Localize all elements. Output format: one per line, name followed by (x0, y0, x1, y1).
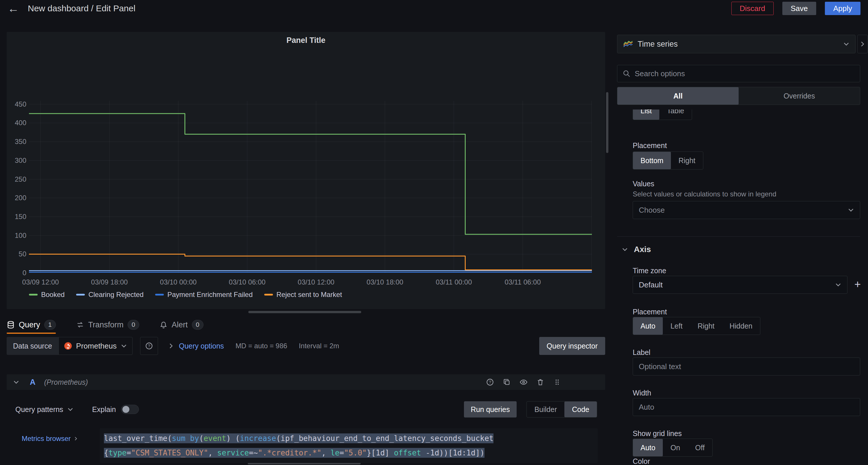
query-patterns-dropdown[interactable]: Query patterns (16, 405, 73, 414)
legend-swatch (264, 294, 273, 295)
add-timezone-button[interactable]: + (855, 279, 861, 290)
tab-query[interactable]: Query 1 (7, 318, 56, 332)
datasource-picker[interactable]: Prometheus (59, 337, 132, 355)
toggle-visibility-button[interactable] (520, 378, 528, 386)
save-button[interactable]: Save (782, 2, 816, 15)
run-queries-button[interactable]: Run queries (464, 401, 517, 417)
legend-placement-bottom-option[interactable]: Bottom (633, 152, 671, 169)
axis-placement-auto-option[interactable]: Auto (633, 317, 663, 335)
legend-item[interactable]: Reject sent to Market (264, 291, 342, 299)
promql-code-editor[interactable]: last_over_time(sum by(event) (increase(i… (100, 428, 598, 463)
axis-section-header[interactable]: Axis (622, 245, 651, 254)
section-divider (617, 236, 860, 237)
apply-button[interactable]: Apply (825, 2, 861, 15)
legend-placement-segmented: Bottom Right (633, 151, 703, 170)
help-circle-icon: ? (486, 378, 494, 386)
legend-label: Payment Enrichment Failed (167, 291, 253, 299)
bell-icon (159, 321, 167, 329)
grid-auto-option[interactable]: Auto (633, 439, 663, 456)
transform-icon (76, 321, 84, 329)
tab-alert-label: Alert (172, 320, 188, 329)
collapse-chevron-icon[interactable] (13, 379, 20, 385)
axis-section-title: Axis (634, 245, 651, 254)
legend-mode-segmented-clipped: List Table (633, 110, 711, 120)
prometheus-icon (64, 342, 72, 350)
legend-mode-list-option[interactable]: List (633, 110, 659, 120)
query-ref-id[interactable]: A (30, 378, 36, 387)
options-tab-overrides[interactable]: Overrides (739, 87, 860, 105)
x-tick-label: 03/11 00:00 (436, 278, 472, 286)
axis-placement-hidden-option[interactable]: Hidden (722, 317, 760, 335)
query-inspector-button[interactable]: Query inspector (539, 337, 605, 355)
delete-query-button[interactable] (536, 378, 545, 386)
x-tick-label: 03/09 12:00 (22, 278, 59, 286)
tab-query-label: Query (19, 320, 40, 329)
visualization-picker[interactable]: Time series (617, 35, 856, 53)
query-options-link[interactable]: Query options (179, 342, 224, 350)
axis-label-input[interactable] (639, 362, 854, 371)
axis-label-field[interactable] (633, 357, 860, 376)
chevron-right-icon (73, 436, 78, 441)
metrics-browser-link[interactable]: Metrics browser (22, 435, 78, 443)
y-tick-label: 100 (8, 231, 26, 240)
query-help-button[interactable]: ? (486, 378, 494, 386)
axis-placement-left-option[interactable]: Left (663, 317, 690, 335)
time-series-icon (623, 40, 633, 48)
copy-icon (503, 378, 511, 386)
builder-code-segmented: Builder Code (526, 401, 597, 417)
promql-line-2: {type="CSM_STATES_ONLY", service=~".*cre… (104, 445, 594, 460)
chevron-down-icon (622, 246, 628, 253)
grip-dots-icon (553, 378, 561, 386)
legend-values-description: Select values or calculations to show in… (633, 190, 776, 198)
top-header: ← New dashboard / Edit Panel Discard Sav… (0, 0, 868, 17)
options-search[interactable] (617, 65, 860, 82)
axis-width-input[interactable] (639, 403, 854, 412)
drag-query-handle[interactable] (553, 378, 561, 386)
grid-lines-segmented: Auto On Off (633, 439, 713, 457)
code-option[interactable]: Code (564, 402, 597, 417)
axis-color-label: Color (633, 457, 650, 465)
options-search-input[interactable] (635, 69, 855, 78)
grid-lines-label: Show grid lines (633, 429, 682, 438)
legend-values-select[interactable]: Choose (633, 201, 860, 219)
axis-width-field[interactable] (633, 398, 860, 416)
datasource-help-button[interactable]: ? (140, 337, 158, 355)
grid-on-option[interactable]: On (663, 439, 687, 456)
legend-item[interactable]: Payment Enrichment Failed (155, 291, 253, 299)
datasource-name: Prometheus (76, 342, 117, 351)
datasource-label: Data source (7, 337, 59, 355)
legend-swatch (76, 294, 85, 295)
y-tick-label: 200 (8, 194, 26, 202)
grid-off-option[interactable]: Off (688, 439, 712, 456)
explain-toggle[interactable] (121, 405, 139, 414)
svg-text:?: ? (489, 380, 491, 384)
axis-placement-right-option[interactable]: Right (690, 317, 722, 335)
legend-mode-table-option[interactable]: Table (659, 110, 692, 120)
svg-text:?: ? (148, 343, 150, 348)
legend-placement-right-option[interactable]: Right (671, 152, 703, 169)
x-tick-label: 03/10 18:00 (367, 278, 403, 286)
x-tick-label: 03/09 18:00 (91, 278, 128, 286)
options-pane-collapse-button[interactable] (857, 35, 868, 53)
timezone-select[interactable]: Default (633, 276, 847, 294)
query-options-toggle[interactable]: Query options (168, 342, 224, 350)
y-tick-label: 300 (8, 156, 26, 165)
options-tab-all[interactable]: All (617, 87, 739, 105)
editor-tabs: Query 1 Transform 0 Alert 0 (7, 318, 204, 332)
page-title: New dashboard / Edit Panel (28, 3, 135, 13)
duplicate-query-button[interactable] (503, 378, 511, 386)
pane-resize-handle[interactable] (248, 311, 361, 313)
legend-item[interactable]: Booked (29, 291, 65, 299)
metrics-browser-label: Metrics browser (22, 435, 71, 443)
legend-item[interactable]: Clearing Rejected (76, 291, 144, 299)
legend-label: Clearing Rejected (88, 291, 144, 299)
x-tick-label: 03/11 06:00 (504, 278, 541, 286)
tab-alert[interactable]: Alert 0 (159, 318, 204, 332)
builder-option[interactable]: Builder (527, 402, 564, 417)
back-arrow-icon[interactable]: ← (7, 3, 19, 14)
vertical-scrollbar[interactable] (606, 92, 609, 153)
search-icon (623, 69, 631, 78)
discard-button[interactable]: Discard (732, 2, 774, 15)
time-series-chart[interactable] (29, 96, 592, 275)
tab-transform[interactable]: Transform 0 (76, 318, 139, 332)
